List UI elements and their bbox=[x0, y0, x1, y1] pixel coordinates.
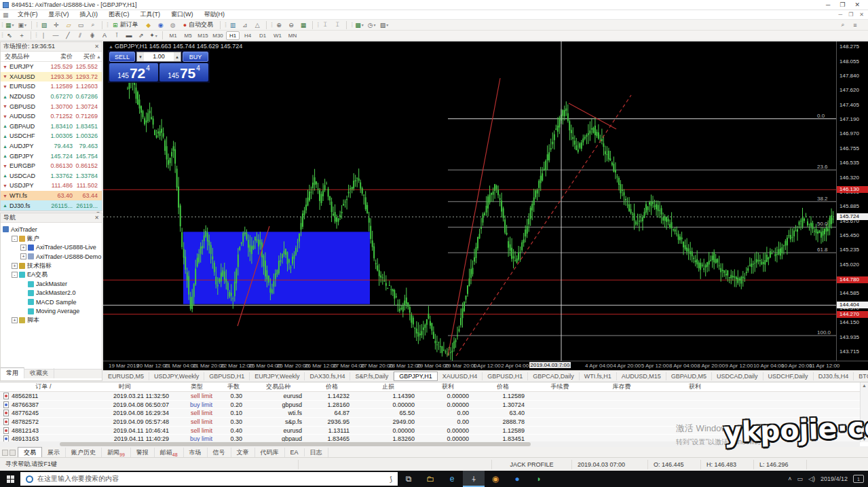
terminal-tab-信号[interactable]: 信号 bbox=[208, 448, 231, 458]
file-explorer-icon[interactable]: 🗀 bbox=[419, 471, 441, 487]
cursor-icon[interactable]: ⇖ bbox=[4, 31, 15, 40]
dropdown-arrow-icon[interactable]: ▾ bbox=[24, 22, 26, 27]
orders-column-header[interactable]: 类型 bbox=[175, 382, 219, 391]
volume-increase-button[interactable]: ▲ bbox=[174, 52, 181, 61]
dropdown-arrow-icon[interactable]: ▾ bbox=[155, 33, 157, 38]
tile-windows-icon[interactable]: ▦ bbox=[298, 20, 309, 30]
time-axis[interactable]: 19 Mar 201920 Mar 12:0021 Mar 04:0021 Ma… bbox=[103, 361, 868, 370]
microphone-icon[interactable]: ⟆ bbox=[390, 475, 392, 483]
buy-price-button[interactable]: 145 75 4 bbox=[159, 63, 208, 82]
terminal-tab-市场[interactable]: 市场 bbox=[184, 448, 208, 458]
chart-window-icon[interactable]: ▭ bbox=[75, 20, 86, 30]
market-watch-row[interactable]: ▲AUDJPY79.44379.463 bbox=[1, 141, 102, 151]
orders-column-header[interactable]: 获利 bbox=[421, 382, 475, 391]
taskbar-search-input[interactable]: 在这里输入你要搜索的内容 ⟆ bbox=[20, 472, 398, 486]
templates-folder-icon[interactable]: ▱ bbox=[63, 20, 74, 30]
timeframe-m30[interactable]: M30 bbox=[211, 31, 225, 40]
news-icon[interactable]: ◍ bbox=[168, 20, 178, 30]
bars-icon[interactable]: ⌶ bbox=[320, 20, 331, 30]
navigator-tree-item[interactable]: Moving Average bbox=[3, 307, 102, 316]
navigator-tree-item[interactable]: -账户 bbox=[3, 234, 102, 242]
terminal-tab-新闻[interactable]: 新闻99 bbox=[102, 448, 131, 458]
terminal-tab-日志[interactable]: 日志 bbox=[305, 448, 328, 458]
chart-tab[interactable]: WTI.fs,H1 bbox=[580, 372, 617, 380]
market-watch-row[interactable]: ▲GBPAUD1.834101.83451 bbox=[1, 122, 102, 132]
terminal-tab-代码库[interactable]: 代码库 bbox=[255, 448, 285, 458]
timeframe-m15[interactable]: M15 bbox=[196, 31, 210, 40]
mdi-close-button[interactable]: ✕ bbox=[859, 12, 864, 18]
minimize-button[interactable]: ─ bbox=[826, 1, 830, 8]
market-watch-row[interactable]: ▼USDJPY111.486111.502 bbox=[1, 181, 102, 191]
chart-tab[interactable]: USDCHF,Daily bbox=[763, 372, 814, 380]
menu-item[interactable]: 显示(V) bbox=[43, 10, 75, 19]
mailbox-icon[interactable]: ◉ bbox=[155, 20, 166, 30]
alerts-icon[interactable]: ◆ bbox=[143, 20, 154, 30]
navigator-tree-item[interactable]: +AxiTrader-US888-Demo bbox=[3, 252, 102, 261]
menu-item[interactable]: 图表(C) bbox=[103, 10, 135, 19]
orders-column-header[interactable]: 止损 bbox=[356, 382, 421, 391]
scroll-up-icon[interactable]: ▲ bbox=[862, 383, 867, 388]
volume-value[interactable]: 1.00 bbox=[144, 52, 174, 61]
timeframe-w1[interactable]: W1 bbox=[271, 31, 284, 40]
timeframe-m1[interactable]: M1 bbox=[166, 31, 180, 40]
orders-column-header[interactable]: 获利 bbox=[654, 382, 736, 391]
dropdown-arrow-icon[interactable]: ▾ bbox=[386, 22, 388, 27]
terminal-tab-账户历史[interactable]: 账户历史 bbox=[66, 448, 102, 458]
template-icon[interactable]: ▨▾ bbox=[379, 20, 390, 30]
tree-expand-icon[interactable]: + bbox=[12, 263, 18, 269]
menu-item[interactable]: 帮助(H) bbox=[199, 10, 231, 19]
terminal-tab-警报[interactable]: 警报 bbox=[131, 448, 155, 458]
column-ask[interactable]: 买价 bbox=[73, 52, 96, 61]
volume-decrease-button[interactable]: ▼ bbox=[137, 52, 144, 61]
chart-tab[interactable]: BTCUSD,Daily bbox=[854, 372, 868, 380]
timeframe-h4[interactable]: H4 bbox=[241, 31, 254, 40]
chart-tab[interactable]: DJ30.fs,H4 bbox=[814, 372, 854, 380]
orders-column-header[interactable]: 手续费 bbox=[531, 382, 589, 391]
dropdown-arrow-icon[interactable]: ▾ bbox=[362, 22, 364, 27]
navigator-tree-item[interactable]: +技术指标 bbox=[3, 261, 102, 270]
column-bid[interactable]: 卖价 bbox=[43, 52, 73, 61]
text-icon[interactable]: A bbox=[99, 31, 110, 40]
chart-tab[interactable]: USDJPY,Weekly bbox=[149, 372, 204, 380]
timeframe-m5[interactable]: M5 bbox=[181, 31, 195, 40]
mt4-icon[interactable]: ⍭ bbox=[463, 471, 485, 487]
chart-tab[interactable]: AUDUSD,M15 bbox=[617, 372, 666, 380]
fibonacci-icon[interactable]: ⋕ bbox=[87, 31, 98, 40]
navigator-tree-item[interactable]: MACD Sample bbox=[3, 297, 102, 306]
orders-column-header[interactable]: 手数 bbox=[219, 382, 248, 391]
periods-icon[interactable]: ◷▾ bbox=[366, 20, 377, 30]
orders-column-header[interactable]: 库存费 bbox=[589, 382, 654, 391]
status-profile[interactable]: JACK PROFILE bbox=[492, 460, 572, 469]
object-list-icon[interactable]: ⊿ bbox=[240, 20, 250, 30]
orders-column-header[interactable]: 时间 bbox=[75, 382, 175, 391]
chart-tab[interactable]: GBPAUD,M5 bbox=[666, 372, 712, 380]
navigator-tree-item[interactable]: JackMaster bbox=[3, 279, 102, 288]
terminal-tab-邮箱[interactable]: 邮箱48 bbox=[155, 448, 184, 458]
market-watch-row[interactable]: ▲GBPJPY145.724145.754 bbox=[1, 151, 102, 161]
orders-column-header[interactable]: 交易品种 bbox=[248, 382, 308, 391]
terminal-tab-文章[interactable]: 文章 bbox=[231, 448, 255, 458]
orders-column-header[interactable]: 价格 bbox=[475, 382, 531, 391]
sell-price-button[interactable]: 145 72 4 bbox=[109, 63, 158, 82]
timeframe-d1[interactable]: D1 bbox=[256, 31, 269, 40]
text-label-icon[interactable]: ⊺ bbox=[111, 31, 122, 40]
market-watch-row[interactable]: ▲USDCHF1.003051.00326 bbox=[1, 131, 102, 141]
mdi-minimize-button[interactable]: ─ bbox=[838, 12, 842, 18]
terminal-tab-EA[interactable]: EA bbox=[285, 448, 305, 456]
orders-column-header[interactable]: 价格 bbox=[308, 382, 356, 391]
price-axis[interactable]: 148.275148.055147.840147.620147.405147.1… bbox=[836, 41, 868, 361]
search-icon[interactable]: ⌕ bbox=[837, 20, 848, 30]
tree-expand-icon[interactable]: - bbox=[12, 236, 18, 242]
market-watch-row[interactable]: ▼WTI.fs63.4063.44 bbox=[1, 191, 102, 201]
vertical-line-icon[interactable]: ｜ bbox=[38, 31, 49, 40]
chart-tab[interactable]: GBPCAD,Daily bbox=[528, 372, 580, 380]
start-button[interactable] bbox=[0, 471, 20, 487]
notification-icon[interactable]: 1 bbox=[853, 475, 864, 483]
navigator-tree-item[interactable]: +AxiTrader-US888-Live bbox=[3, 243, 102, 252]
menu-item[interactable]: 插入(I) bbox=[75, 10, 104, 19]
order-row[interactable]: 487663872019.04.08 06:50:07buy limit0.20… bbox=[0, 401, 868, 410]
market-watch-row[interactable]: ▼AUDUSD0.712520.71269 bbox=[1, 111, 102, 122]
timeframe-h1[interactable]: H1 bbox=[226, 31, 240, 40]
navigator-tab[interactable]: 收藏夹 bbox=[24, 368, 54, 378]
task-view-icon[interactable]: ⧉ bbox=[398, 471, 419, 487]
